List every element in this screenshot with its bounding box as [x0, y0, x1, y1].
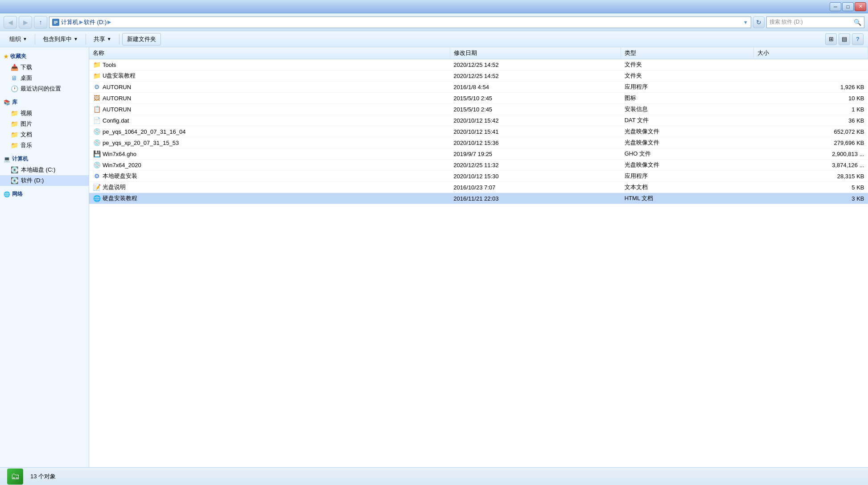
file-icon: 💾: [93, 150, 101, 158]
table-row[interactable]: 💿 pe_yqs_xp_20_07_31_15_53 2020/10/12 15…: [89, 137, 868, 148]
file-type: 光盘映像文件: [621, 137, 754, 148]
sidebar-item-disk-d[interactable]: 💽 软件 (D:): [0, 175, 89, 186]
table-row[interactable]: 🖼 AUTORUN 2015/5/10 2:45 图标 10 KB: [89, 93, 868, 104]
sidebar-item-desktop[interactable]: 🖥 桌面: [0, 73, 89, 83]
sidebar: ★ 收藏夹 📥 下载 🖥 桌面 🕐 最近访问的位置 📚 库: [0, 47, 89, 467]
music-icon: 📁: [11, 142, 18, 149]
search-bar[interactable]: 搜索 软件 (D:) 🔍: [766, 16, 864, 28]
library-label: 库: [12, 99, 17, 106]
up-button[interactable]: ↑: [34, 16, 47, 29]
file-name-cell: 🖼 AUTORUN: [93, 94, 446, 102]
nav-bar: ◀ ▶ ↑ 计算机 ▶ 软件 (D:) ▶ ▼ ↻ 搜索 软件 (D:) 🔍: [0, 13, 868, 31]
col-size[interactable]: 大小: [754, 47, 868, 59]
table-row[interactable]: 📁 Tools 2020/12/25 14:52 文件夹: [89, 59, 868, 70]
table-row[interactable]: 🌐 硬盘安装教程 2016/11/21 22:03 HTML 文档 3 KB: [89, 193, 868, 204]
library-icon: 📚: [4, 99, 10, 106]
file-name: Win7x64_2020: [103, 162, 141, 169]
favorites-icon: ★: [4, 53, 8, 60]
sidebar-section-favorites: ★ 收藏夹 📥 下载 🖥 桌面 🕐 最近访问的位置: [0, 51, 89, 94]
table-row[interactable]: ⚙ AUTORUN 2016/1/8 4:54 应用程序 1,926 KB: [89, 82, 868, 93]
sidebar-item-document[interactable]: 📁 文档: [0, 129, 89, 140]
sidebar-header-network[interactable]: 🌐 网络: [0, 189, 89, 200]
sidebar-header-computer[interactable]: 💻 计算机: [0, 153, 89, 164]
table-row[interactable]: ⚙ 本地硬盘安装 2020/10/12 15:30 应用程序 28,315 KB: [89, 171, 868, 182]
file-name-cell: 💿 pe_yqs_xp_20_07_31_15_53: [93, 139, 446, 147]
file-modified: 2020/12/25 14:52: [450, 70, 621, 82]
file-icon: 📁: [93, 61, 101, 69]
path-computer[interactable]: 计算机: [61, 18, 78, 26]
share-label: 共享: [94, 35, 105, 43]
desktop-label: 桌面: [21, 74, 32, 82]
new-folder-button[interactable]: 新建文件夹: [122, 33, 161, 45]
disk-d-icon: 💽: [11, 177, 18, 184]
table-row[interactable]: 💾 Win7x64.gho 2019/9/7 19:25 GHO 文件 2,90…: [89, 148, 868, 160]
table-row[interactable]: 💿 pe_yqs_1064_20_07_31_16_04 2020/10/12 …: [89, 126, 868, 137]
sidebar-item-music[interactable]: 📁 音乐: [0, 140, 89, 151]
network-label: 网络: [12, 190, 23, 198]
computer-icon: 💻: [4, 156, 10, 162]
video-icon: 📁: [11, 110, 18, 117]
document-icon: 📁: [11, 131, 18, 138]
address-dropdown[interactable]: ▼: [743, 20, 748, 25]
recent-icon: 🕐: [11, 85, 18, 92]
file-modified: 2020/10/12 15:36: [450, 137, 621, 148]
minimize-button[interactable]: ─: [830, 2, 841, 11]
maximize-button[interactable]: □: [842, 2, 854, 11]
file-name-cell: ⚙ 本地硬盘安装: [93, 172, 446, 180]
include-arrow: ▼: [74, 37, 78, 41]
file-modified: 2015/5/10 2:45: [450, 104, 621, 115]
file-type: HTML 文档: [621, 193, 754, 204]
help-button[interactable]: ?: [852, 33, 864, 45]
table-row[interactable]: 💿 Win7x64_2020 2020/12/25 11:32 光盘映像文件 3…: [89, 160, 868, 171]
file-type: 文件夹: [621, 70, 754, 82]
file-name: 硬盘安装教程: [103, 194, 137, 202]
file-name-cell: 📁 Tools: [93, 61, 446, 69]
forward-button[interactable]: ▶: [19, 16, 32, 29]
organize-button[interactable]: 组织 ▼: [4, 33, 32, 45]
address-bar[interactable]: 计算机 ▶ 软件 (D:) ▶ ▼: [49, 16, 751, 28]
file-name: Win7x64.gho: [103, 151, 136, 157]
col-name[interactable]: 名称: [89, 47, 450, 59]
path-drive[interactable]: 软件 (D:): [84, 18, 107, 26]
file-size: 3 KB: [754, 193, 868, 204]
svg-rect-1: [54, 21, 58, 22]
file-icon: 🌐: [93, 194, 101, 202]
music-label: 音乐: [21, 141, 32, 149]
path-sep-1: ▶: [79, 19, 83, 25]
file-type: 光盘映像文件: [621, 126, 754, 137]
view-options-button[interactable]: ⊞: [825, 33, 837, 45]
download-label: 下载: [21, 63, 32, 71]
col-type[interactable]: 类型: [621, 47, 754, 59]
sidebar-header-favorites[interactable]: ★ 收藏夹: [0, 51, 89, 62]
file-modified: 2020/12/25 14:52: [450, 59, 621, 70]
search-icon[interactable]: 🔍: [854, 19, 861, 26]
file-size: 652,072 KB: [754, 126, 868, 137]
table-row[interactable]: 📝 光盘说明 2016/10/23 7:07 文本文档 5 KB: [89, 182, 868, 193]
table-row[interactable]: 📋 AUTORUN 2015/5/10 2:45 安装信息 1 KB: [89, 104, 868, 115]
sidebar-header-library[interactable]: 📚 库: [0, 97, 89, 108]
disk-d-label: 软件 (D:): [21, 177, 44, 185]
table-row[interactable]: 📁 U盘安装教程 2020/12/25 14:52 文件夹: [89, 70, 868, 82]
file-table: 名称 修改日期 类型 大小 📁 Tools 2020/12/25 14:52 文…: [89, 47, 868, 204]
file-name-cell: 💾 Win7x64.gho: [93, 150, 446, 158]
include-in-library-button[interactable]: 包含到库中 ▼: [38, 33, 83, 45]
col-modified[interactable]: 修改日期: [450, 47, 621, 59]
back-button[interactable]: ◀: [4, 16, 17, 29]
refresh-button[interactable]: ↻: [753, 16, 765, 28]
sidebar-item-download[interactable]: 📥 下载: [0, 62, 89, 73]
window-controls: ─ □ ✕: [830, 2, 866, 11]
table-row[interactable]: 📄 Config.dat 2020/10/12 15:42 DAT 文件 36 …: [89, 115, 868, 126]
view-toggle-button[interactable]: ▤: [839, 33, 850, 45]
video-label: 视频: [21, 109, 32, 117]
file-type: 光盘映像文件: [621, 160, 754, 171]
sidebar-item-recent[interactable]: 🕐 最近访问的位置: [0, 83, 89, 94]
share-button[interactable]: 共享 ▼: [89, 33, 116, 45]
sidebar-item-disk-c[interactable]: 💽 本地磁盘 (C:): [0, 164, 89, 175]
sidebar-item-video[interactable]: 📁 视频: [0, 108, 89, 119]
file-size: [754, 59, 868, 70]
close-button[interactable]: ✕: [855, 2, 866, 11]
document-label: 文档: [21, 131, 32, 139]
sidebar-item-picture[interactable]: 📁 图片: [0, 119, 89, 129]
share-arrow: ▼: [107, 37, 111, 41]
sidebar-section-computer: 💻 计算机 💽 本地磁盘 (C:) 💽 软件 (D:): [0, 153, 89, 186]
